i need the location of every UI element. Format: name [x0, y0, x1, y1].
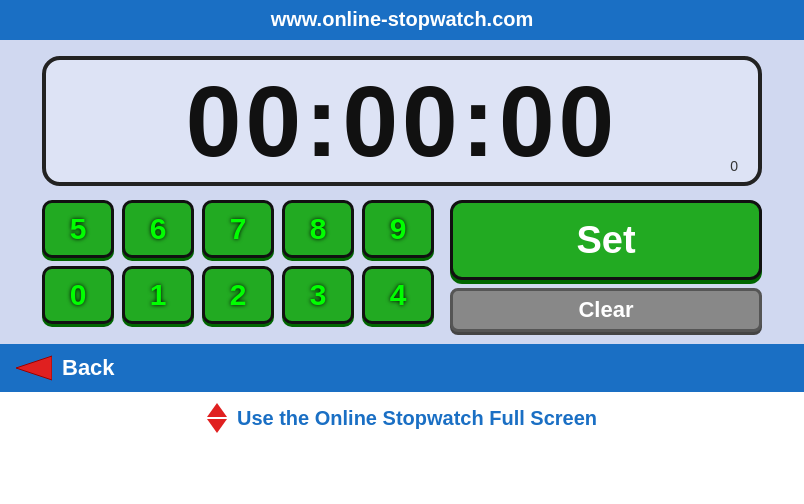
num-btn-5[interactable]: 5 — [42, 200, 114, 258]
pad-row-2: 0 1 2 3 4 — [42, 266, 434, 324]
num-btn-8[interactable]: 8 — [282, 200, 354, 258]
back-label: Back — [62, 355, 115, 381]
arrow-up-icon — [207, 403, 227, 417]
number-pad: 5 6 7 8 9 0 1 2 3 4 — [42, 200, 434, 332]
website-label: www.online-stopwatch.com — [271, 8, 534, 30]
num-btn-9[interactable]: 9 — [362, 200, 434, 258]
nav-bar: Back — [0, 344, 804, 392]
num-btn-0[interactable]: 0 — [42, 266, 114, 324]
num-btn-7[interactable]: 7 — [202, 200, 274, 258]
set-button[interactable]: Set — [450, 200, 762, 280]
svg-marker-0 — [16, 356, 52, 380]
num-btn-4[interactable]: 4 — [362, 266, 434, 324]
pad-row-1: 5 6 7 8 9 — [42, 200, 434, 258]
footer-bar: Use the Online Stopwatch Full Screen — [0, 392, 804, 444]
keypad-area: 5 6 7 8 9 0 1 2 3 4 Set Clear — [42, 200, 762, 332]
back-button[interactable]: Back — [16, 353, 115, 383]
main-content: 00:00:00 0 5 6 7 8 9 0 1 2 3 4 Set Clea — [0, 40, 804, 344]
back-arrow-icon — [16, 353, 52, 383]
footer-promo-text: Use the Online Stopwatch Full Screen — [237, 407, 597, 430]
num-btn-6[interactable]: 6 — [122, 200, 194, 258]
timer-sub: 0 — [730, 158, 738, 174]
num-btn-3[interactable]: 3 — [282, 266, 354, 324]
num-btn-1[interactable]: 1 — [122, 266, 194, 324]
header-bar: www.online-stopwatch.com — [0, 0, 804, 40]
action-buttons: Set Clear — [450, 200, 762, 332]
arrow-down-icon — [207, 419, 227, 433]
timer-display: 00:00:00 0 — [42, 56, 762, 186]
timer-text: 00:00:00 — [186, 71, 618, 171]
footer-arrows-icon — [207, 403, 227, 433]
clear-button[interactable]: Clear — [450, 288, 762, 332]
num-btn-2[interactable]: 2 — [202, 266, 274, 324]
